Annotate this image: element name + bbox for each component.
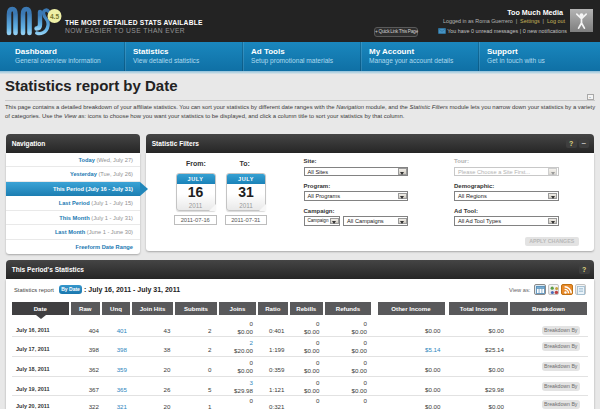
- svg-text:4.5: 4.5: [50, 13, 59, 20]
